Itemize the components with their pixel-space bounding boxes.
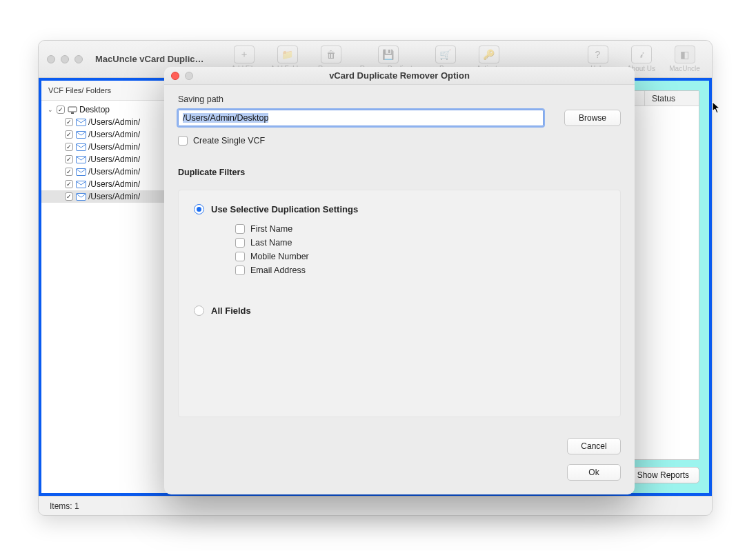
filters-box: Use Selective Duplication Settings First…: [178, 190, 621, 417]
email-label: Email Address: [250, 266, 306, 275]
all-fields-label: All Fields: [211, 305, 251, 316]
save-icon: 💾: [378, 46, 399, 63]
create-single-row[interactable]: Create Single VCF: [178, 136, 621, 146]
tree-checkbox[interactable]: [65, 180, 73, 188]
mobile-row[interactable]: Mobile Number: [235, 252, 605, 261]
tree-checkbox[interactable]: [57, 106, 65, 114]
cancel-button[interactable]: Cancel: [567, 438, 621, 454]
options-dialog: vCard Duplicate Remover Option Saving pa…: [164, 67, 635, 494]
vcard-icon: [76, 168, 86, 175]
browse-button[interactable]: Browse: [564, 110, 621, 126]
question-icon: ?: [588, 46, 608, 63]
tree-checkbox[interactable]: [65, 143, 73, 151]
saving-path-label: Saving path: [178, 94, 621, 104]
tree-item-label: /Users/Admin/: [88, 117, 140, 127]
trash-icon: 🗑: [321, 46, 341, 63]
toolbar-brand-label: MacUncle: [669, 65, 699, 72]
tree-checkbox[interactable]: [65, 130, 73, 139]
dialog-minimize-light: [185, 72, 193, 80]
dialog-title: vCard Duplicate Remover Option: [329, 70, 470, 81]
first-name-label: First Name: [250, 224, 292, 234]
add-file-icon: ＋: [234, 46, 255, 63]
minimize-light[interactable]: [61, 55, 69, 63]
main-window-title: MacUncle vCard Duplica...: [95, 54, 206, 64]
last-name-checkbox[interactable]: [235, 238, 245, 248]
main-traffic-lights: [47, 55, 83, 63]
selective-fields: First Name Last Name Mobile Number Email…: [235, 224, 605, 275]
show-reports-button[interactable]: Show Reports: [627, 467, 699, 483]
statusbar: Items: 1: [39, 496, 712, 515]
use-selective-label: Use Selective Duplication Settings: [211, 204, 358, 214]
create-single-checkbox[interactable]: [178, 136, 188, 146]
add-folder-icon: 📁: [277, 46, 298, 63]
first-name-checkbox[interactable]: [235, 224, 245, 234]
vcard-icon: [76, 131, 86, 138]
tree-item-label: /Users/Admin/: [88, 192, 140, 201]
chevron-down-icon[interactable]: ⌄: [47, 106, 54, 113]
duplicate-filters-label: Duplicate Filters: [178, 168, 621, 177]
tree-item-label: /Users/Admin/: [88, 130, 140, 139]
cart-icon: 🛒: [435, 46, 456, 63]
vcard-icon: [76, 119, 86, 126]
all-fields-radio[interactable]: [194, 305, 204, 316]
dialog-body: Saving path Browse Create Single VCF Dup…: [164, 85, 635, 438]
brand-icon: ◧: [675, 46, 695, 63]
vcard-icon: [76, 143, 86, 150]
toolbar-brand[interactable]: ◧MacUncle: [666, 46, 704, 72]
dialog-close-light[interactable]: [171, 72, 179, 80]
svg-rect-1: [71, 112, 74, 114]
mobile-label: Mobile Number: [250, 252, 309, 261]
all-fields-row[interactable]: All Fields: [194, 305, 605, 316]
mobile-checkbox[interactable]: [235, 252, 245, 261]
use-selective-row[interactable]: Use Selective Duplication Settings: [194, 204, 605, 214]
first-name-row[interactable]: First Name: [235, 224, 605, 234]
info-icon: 𝒾: [631, 46, 652, 63]
key-icon: 🔑: [479, 46, 499, 63]
email-row[interactable]: Email Address: [235, 266, 605, 275]
use-selective-radio[interactable]: [194, 204, 204, 214]
tree-item-label: /Users/Admin/: [88, 154, 140, 164]
ok-button[interactable]: Ok: [567, 464, 621, 481]
column-status[interactable]: Status: [645, 91, 699, 106]
vcard-icon: [76, 181, 86, 188]
display-icon: [68, 106, 77, 113]
tree-checkbox[interactable]: [65, 192, 73, 201]
email-checkbox[interactable]: [235, 266, 245, 275]
create-single-label: Create Single VCF: [193, 136, 265, 146]
tree-root-label: Desktop: [79, 105, 110, 114]
saving-path-input[interactable]: [178, 110, 544, 126]
last-name-label: Last Name: [250, 238, 292, 248]
close-light[interactable]: [47, 55, 55, 63]
vcard-icon: [76, 156, 86, 163]
zoom-light[interactable]: [74, 55, 83, 63]
last-name-row[interactable]: Last Name: [235, 238, 605, 248]
tree-item-label: /Users/Admin/: [88, 179, 140, 189]
saving-path-row: Browse: [178, 110, 621, 126]
vcard-icon: [76, 193, 86, 200]
dialog-traffic-lights: [171, 72, 193, 80]
cursor-icon: [712, 101, 722, 117]
tree-checkbox[interactable]: [65, 168, 73, 176]
dialog-titlebar: vCard Duplicate Remover Option: [164, 67, 635, 85]
status-items: Items: 1: [50, 501, 79, 511]
tree-item-label: /Users/Admin/: [88, 167, 140, 177]
svg-rect-0: [68, 107, 77, 112]
tree-checkbox[interactable]: [65, 118, 73, 126]
dialog-actions: Cancel Ok: [164, 438, 635, 494]
tree-checkbox[interactable]: [65, 155, 73, 163]
tree-item-label: /Users/Admin/: [88, 142, 140, 152]
